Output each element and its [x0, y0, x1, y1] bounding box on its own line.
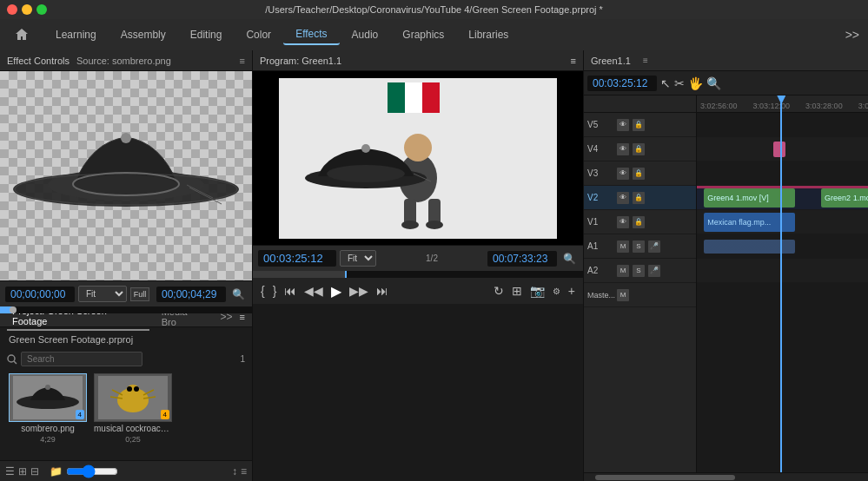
a2-solo-button[interactable]: S — [633, 265, 645, 277]
close-button[interactable] — [7, 4, 17, 15]
a2-mute-button[interactable]: M — [617, 265, 629, 277]
program-fast-forward[interactable]: ▶▶ — [347, 282, 371, 300]
project-item-cockroach[interactable]: 4 musical cockroach... 0;25 — [94, 373, 172, 444]
project-content: Green Screen Footage.prproj 1 — [0, 327, 252, 460]
nav-libraries[interactable]: Libraries — [456, 25, 520, 44]
program-zoom-icon[interactable]: 🔍 — [560, 250, 578, 267]
source-fit-select[interactable]: Fit 25% 50% 100% — [78, 286, 127, 302]
effect-controls-menu-icon[interactable]: ≡ — [240, 56, 245, 66]
v4-eye-button[interactable]: 👁 — [617, 143, 629, 155]
master-mute-button[interactable]: M — [617, 289, 629, 301]
project-menu-btn[interactable]: ≡ — [241, 465, 247, 478]
program-rewind[interactable]: ◀◀ — [301, 282, 326, 300]
program-export-frame[interactable]: 📷 — [527, 282, 547, 300]
track-label-master: Maste... M — [584, 283, 696, 307]
sombrero-label: sombrero.png — [9, 424, 87, 433]
program-mark-out[interactable]: } — [270, 282, 280, 300]
program-fit-select[interactable]: Fit — [340, 250, 376, 267]
source-quality-button[interactable]: Full — [130, 287, 149, 301]
project-item-sombrero[interactable]: 4 sombrero.png 4;29 — [9, 373, 87, 444]
program-progress-bar[interactable] — [253, 271, 583, 278]
maximize-button[interactable] — [36, 4, 47, 15]
timeline-header: Green1.1 ≡ — [584, 50, 868, 71]
timeline-title: Green1.1 — [591, 56, 631, 66]
source-progress-bar[interactable] — [0, 306, 252, 313]
svg-point-12 — [45, 385, 50, 390]
cockroach-badge: 4 — [161, 410, 169, 419]
source-timecode: 00;00;00;00 — [5, 287, 75, 302]
window-controls[interactable] — [7, 4, 47, 15]
nav-assembly[interactable]: Assembly — [109, 25, 178, 44]
nav-color[interactable]: Color — [234, 25, 283, 44]
window-title: /Users/Teacher/Desktop/Coronavirus/YouTu… — [265, 4, 603, 15]
track-label-v5: V5 👁 🔒 — [584, 113, 696, 137]
nav-effects[interactable]: Effects — [283, 24, 339, 45]
home-button[interactable] — [9, 22, 35, 48]
program-mark-in[interactable]: { — [258, 282, 268, 300]
program-fraction: 1/2 — [426, 254, 438, 263]
source-preview-area — [0, 71, 252, 280]
program-safe-margins[interactable]: ⊞ — [509, 282, 525, 300]
timeline-tool-zoom[interactable]: 🔍 — [706, 76, 721, 90]
nav-more-button[interactable]: >> — [845, 28, 859, 42]
a1-mute-button[interactable]: M — [617, 240, 629, 253]
timeline-tool-select[interactable]: ↖ — [660, 76, 671, 90]
sombrero-duration: 4;29 — [40, 435, 56, 444]
program-monitor-menu[interactable]: ≡ — [571, 56, 576, 66]
project-search-input[interactable] — [21, 352, 142, 366]
v2-lock-button[interactable]: 🔒 — [633, 192, 645, 204]
program-play[interactable]: ▶ — [328, 281, 344, 301]
project-file-name: Green Screen Footage.prproj — [3, 331, 248, 348]
program-playback-controls: { } ⏮ ◀◀ ▶ ▶▶ ⏭ ↻ ⊞ 📷 ⚙ + — [253, 278, 583, 304]
nav-learning[interactable]: Learning — [43, 25, 109, 44]
v5-lock-button[interactable]: 🔒 — [633, 119, 645, 131]
tracks-clip-area: 3:02:56:00 3:03:12:00 3:03:28:00 3:03:44… — [697, 96, 868, 472]
icon-view-icon[interactable]: ⊞ — [18, 465, 27, 478]
a1-solo-button[interactable]: S — [633, 240, 645, 253]
program-add-button[interactable]: + — [566, 282, 578, 300]
v2-eye-button[interactable]: 👁 — [617, 192, 629, 204]
new-bin-icon[interactable]: 📁 — [50, 465, 63, 478]
v1-eye-button[interactable]: 👁 — [617, 216, 629, 228]
list-view-icon[interactable]: ☰ — [5, 465, 15, 478]
v4-lock-button[interactable]: 🔒 — [633, 143, 645, 155]
program-monitor-panel: Program: Green1.1 ≡ — [253, 50, 584, 481]
a1-mic-button[interactable]: 🎤 — [648, 240, 660, 253]
nav-audio[interactable]: Audio — [340, 25, 391, 44]
timeline-tool-razor[interactable]: ✂ — [674, 76, 685, 90]
timeline-toolbar: 00:03:25:12 ↖ ✂ 🖐 🔍 ⚙ — [584, 71, 868, 96]
scroll-thumb[interactable] — [595, 475, 736, 480]
zoom-slider[interactable] — [66, 465, 118, 478]
minimize-button[interactable] — [22, 4, 32, 15]
a2-mic-button[interactable]: 🎤 — [648, 265, 660, 277]
playhead[interactable] — [780, 96, 782, 472]
zoom-in-button[interactable]: 🔍 — [229, 286, 247, 303]
timeline-header-menu[interactable]: ≡ — [643, 56, 648, 65]
v3-lock-button[interactable]: 🔒 — [633, 168, 645, 180]
freeform-icon[interactable]: ⊟ — [30, 465, 39, 478]
project-search-area: 1 — [3, 348, 248, 370]
v4-clip[interactable] — [773, 142, 785, 157]
cockroach-label: musical cockroach... — [94, 424, 172, 433]
svg-point-32 — [426, 221, 443, 229]
project-bottom-bar: ☰ ⊞ ⊟ 📁 ↕ ≡ — [0, 460, 252, 481]
sombrero-thumbnail: 4 — [9, 373, 87, 422]
project-thumbnails: 4 sombrero.png 4;29 — [3, 370, 248, 447]
a2-track-row — [697, 259, 868, 283]
nav-editing[interactable]: Editing — [178, 25, 235, 44]
cockroach-duration: 0;25 — [125, 435, 141, 444]
clip-green2[interactable]: Green2 1.mov [V] — [821, 188, 868, 208]
sort-icon[interactable]: ↕ — [232, 465, 237, 478]
v5-eye-button[interactable]: 👁 — [617, 119, 629, 131]
program-loop-button[interactable]: ↻ — [491, 282, 507, 300]
program-settings[interactable]: ⚙ — [550, 285, 563, 298]
v1-lock-button[interactable]: 🔒 — [633, 216, 645, 228]
timeline-scrollbar[interactable] — [584, 472, 868, 481]
program-step-back[interactable]: ⏮ — [282, 282, 299, 300]
nav-graphics[interactable]: Graphics — [390, 25, 456, 44]
v3-eye-button[interactable]: 👁 — [617, 168, 629, 180]
program-step-forward[interactable]: ⏭ — [374, 282, 391, 300]
timeline-tool-hand[interactable]: 🖐 — [688, 76, 703, 90]
svg-point-34 — [327, 165, 405, 182]
track-label-v2: V2 👁 🔒 — [584, 186, 696, 210]
